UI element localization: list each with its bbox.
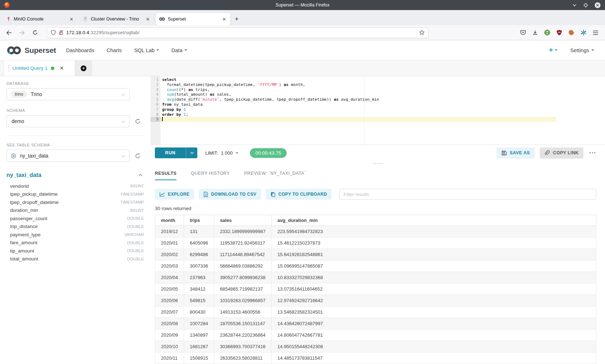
run-options-caret[interactable]: [186, 147, 197, 158]
limit-dropdown[interactable]: LIMIT: 1 000: [205, 150, 238, 156]
nav-dashboards[interactable]: Dashboards: [66, 47, 94, 53]
new-item-button[interactable]: +: [549, 46, 557, 54]
nav-charts[interactable]: Charts: [107, 47, 122, 53]
code-line[interactable]: count(*) as trips,: [161, 87, 556, 92]
table-panel-title[interactable]: ny_taxi_data: [6, 172, 41, 178]
drag-handle-icon[interactable]: [8, 65, 9, 72]
refresh-schemas-icon[interactable]: [135, 118, 141, 124]
run-button[interactable]: RUN: [155, 147, 186, 158]
save-as-button[interactable]: SAVE AS: [497, 147, 534, 159]
tab-title: MinIO Console: [14, 17, 66, 22]
schema-column-row[interactable]: payment_typeVARCHAR: [6, 231, 144, 239]
database-select[interactable]: trino Trino: [6, 88, 130, 100]
code-line[interactable]: order by 1;: [161, 112, 556, 117]
shield-icon[interactable]: [51, 30, 56, 35]
editor-code-area[interactable]: select format_datetime(tpep_pickup_datet…: [161, 76, 556, 145]
bookmark-star-icon[interactable]: [419, 30, 425, 35]
limit-value: 1 000: [221, 150, 233, 156]
ublock-icon[interactable]: UO: [556, 29, 562, 36]
lock-disabled-icon[interactable]: [59, 30, 63, 35]
schema-column-row[interactable]: tpep_pickup_datetimeTIMESTAMP: [6, 190, 144, 199]
column-header[interactable]: month: [155, 215, 184, 226]
nav-sql-lab[interactable]: SQL Lab: [134, 47, 159, 53]
tab-preview-table[interactable]: PREVIEW: `NY_TAXI_DATA`: [244, 171, 306, 180]
code-line[interactable]: format_datetime(tpep_pickup_datetime, 'Y…: [161, 82, 556, 87]
tab-close-icon[interactable]: ✕: [221, 17, 227, 22]
code-line[interactable]: from ny_taxi_data: [161, 102, 556, 107]
menu-hamburger-icon[interactable]: [593, 30, 599, 35]
new-tab-button[interactable]: +: [231, 15, 242, 25]
url-bar[interactable]: 172.18.0.4:32295/superset/sqllab/: [47, 27, 429, 38]
chevron-down-icon: [121, 91, 125, 97]
minimize-button[interactable]: [572, 3, 577, 8]
result-cell: 2020/07: [155, 306, 184, 318]
colorful-asterisk-extension-icon[interactable]: [581, 29, 587, 36]
schema-column-row[interactable]: vendoridBIGINT: [6, 182, 144, 190]
reload-button[interactable]: [30, 27, 40, 38]
result-cell: 3905277.8099936238: [214, 272, 272, 283]
schema-column-row[interactable]: tip_amountDOUBLE: [6, 247, 144, 255]
column-name: duration_min: [10, 208, 38, 213]
refresh-tables-icon[interactable]: [135, 153, 141, 159]
maximize-button[interactable]: [583, 3, 588, 8]
pocket-icon[interactable]: [520, 29, 526, 36]
browser-tab-superset[interactable]: Superset ✕: [156, 13, 230, 25]
plus-icon: +: [81, 65, 86, 71]
more-options-button[interactable]: ···: [589, 149, 596, 156]
download-csv-button[interactable]: DOWNLOAD TO CSV: [199, 189, 261, 200]
result-cell: 15.641926182548861: [272, 249, 596, 260]
schema-column-row[interactable]: tpep_dropoff_datetimeTIMESTAMP: [6, 198, 144, 206]
tab-close-icon[interactable]: ✕: [69, 17, 74, 22]
cookie-icon[interactable]: [568, 29, 574, 36]
schema-column-row[interactable]: total_amountDOUBLE: [6, 255, 144, 263]
back-button[interactable]: [4, 27, 14, 38]
schema-column-row[interactable]: duration_minBIGINT: [6, 206, 144, 215]
filter-results-input[interactable]: [339, 189, 596, 200]
schema-select[interactable]: demo: [6, 115, 130, 127]
tab-close-icon[interactable]: ✕: [145, 17, 151, 22]
browser-tab-minio[interactable]: MinIO Console ✕: [3, 13, 78, 25]
limit-label: LIMIT:: [205, 150, 218, 156]
column-header[interactable]: avg_duration_min: [272, 215, 596, 226]
schema-column-row[interactable]: passenger_countDOUBLE: [6, 214, 144, 223]
schema-column-row[interactable]: trip_distanceDOUBLE: [6, 223, 144, 231]
code-line[interactable]: avg(date_diff('minute', tpep_pickup_date…: [161, 97, 556, 102]
explore-button[interactable]: EXPLORE: [155, 189, 194, 200]
tab-query-history[interactable]: QUERY HISTORY: [191, 171, 230, 180]
add-query-tab-button[interactable]: +: [75, 60, 92, 76]
downloads-icon[interactable]: [532, 30, 538, 36]
url-text[interactable]: 172.18.0.4:32295/superset/sqllab/: [66, 30, 416, 35]
query-tab-close-icon[interactable]: ✕: [60, 65, 64, 71]
tab-results[interactable]: RESULTS: [155, 171, 176, 180]
code-line[interactable]: group by 1: [161, 107, 556, 112]
code-line[interactable]: sum(total_amount) as sales,: [161, 92, 556, 97]
copy-link-button[interactable]: COPY LINK: [540, 147, 583, 159]
caret-down-icon: [591, 49, 594, 51]
table-select[interactable]: ny_taxi_data: [6, 150, 130, 162]
eye-icon: [11, 153, 16, 159]
column-name: passenger_count: [10, 216, 48, 221]
line-number: 3: [151, 87, 161, 92]
result-cell: 1508915: [184, 352, 214, 364]
code-line[interactable]: [161, 117, 556, 122]
close-window-button[interactable]: [595, 2, 601, 8]
browser-tab-trino[interactable]: Cluster Overview - Trino ✕: [79, 13, 154, 25]
nav-data[interactable]: Data: [171, 47, 187, 53]
result-cell: 348412: [184, 283, 214, 295]
collapse-chevron-up-icon[interactable]: [138, 174, 143, 177]
code-line[interactable]: select: [161, 77, 556, 82]
query-tab-active[interactable]: Untitled Query 1 ✕: [4, 60, 75, 76]
column-header[interactable]: sales: [214, 215, 272, 226]
column-header[interactable]: trips: [184, 215, 214, 226]
schema-column-row[interactable]: fare_amountDOUBLE: [6, 239, 144, 247]
result-cell: 800430: [184, 306, 214, 318]
result-cell: 23628744.220236864: [214, 329, 272, 341]
superset-logo[interactable]: Superset: [6, 46, 56, 55]
extension-green-icon[interactable]: [544, 29, 550, 36]
copy-clipboard-button[interactable]: COPY TO CLIPBOARD: [266, 189, 332, 200]
sql-editor[interactable]: 123456789 select format_datetime(tpep_pi…: [151, 76, 556, 145]
run-split-button[interactable]: RUN: [155, 147, 197, 158]
forward-button[interactable]: [17, 27, 27, 38]
settings-menu[interactable]: Settings: [570, 47, 594, 53]
pane-resize-handle[interactable]: [151, 161, 605, 166]
